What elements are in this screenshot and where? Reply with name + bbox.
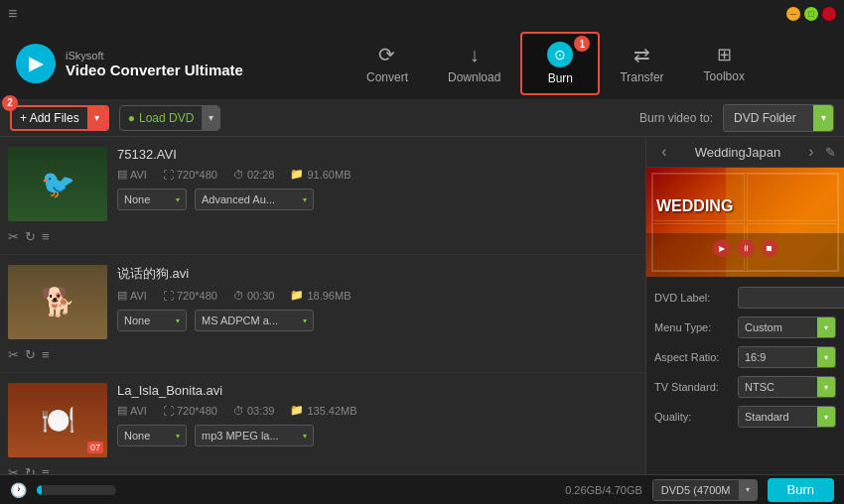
tv-standard-arrow[interactable]: ▾ xyxy=(817,377,835,397)
audio-value-select-3[interactable]: mp3 MPEG la... ▾ xyxy=(195,425,314,446)
aspect-ratio-arrow[interactable]: ▾ xyxy=(817,347,835,367)
preview-btn-2[interactable]: ⏸ xyxy=(737,239,755,257)
audio-value-select-1[interactable]: Advanced Au... ▾ xyxy=(195,189,314,210)
quality-row: Quality: Standard ▾ xyxy=(654,406,836,428)
logo-area: ▶ iSkysoft Video Converter Ultimate xyxy=(16,44,243,83)
tab-convert-label: Convert xyxy=(366,70,408,84)
file-controls-2: None ▾ MS ADPCM a... ▾ xyxy=(117,310,637,331)
audio-value-select-2[interactable]: MS ADPCM a... ▾ xyxy=(195,310,314,331)
load-dvd-button[interactable]: ● Load DVD ▾ xyxy=(119,105,221,131)
right-panel: ‹ WeddingJapan › ✎ WEDDING ▶ ⏸ xyxy=(645,137,844,474)
settings-icon-2[interactable]: ≡ xyxy=(42,347,50,362)
close-button[interactable]: ✕ xyxy=(822,7,836,21)
panel-nav: ‹ WeddingJapan › ✎ xyxy=(646,137,844,168)
header: ▶ iSkysoft Video Converter Ultimate ⟳ Co… xyxy=(0,28,844,99)
main-content: 🐦 ✂ ↻ ≡ 75132.AVI ▤AVI ⛶720*480 ⏱02:28 📁… xyxy=(0,137,844,474)
file-action-icons-2: ✂ ↻ ≡ xyxy=(8,347,107,362)
file-meta-1: ▤AVI ⛶720*480 ⏱02:28 📁91.60MB xyxy=(117,168,637,181)
format-icon-1: ▤ xyxy=(117,168,127,181)
tv-standard-row: TV Standard: NTSC ▾ xyxy=(654,376,836,398)
add-files-label: + Add Files xyxy=(12,107,87,129)
load-dvd-label: ● Load DVD xyxy=(120,111,203,125)
file-meta-3: ▤AVI ⛶720*480 ⏱03:39 📁135.42MB xyxy=(117,404,637,417)
burn-to-arrow[interactable]: ▾ xyxy=(813,105,833,131)
aspect-ratio-value: 16:9 xyxy=(739,347,817,367)
dvd-label-input[interactable] xyxy=(738,287,844,309)
rotate-icon-2[interactable]: ↻ xyxy=(25,347,36,362)
preview-buttons: ▶ ⏸ ⏹ xyxy=(646,239,844,257)
value-arrow-3: ▾ xyxy=(303,432,307,441)
nav-tabs: ⟳ Convert ↓ Download 1 ⊙ Burn ⇄ Transfer… xyxy=(283,32,828,95)
res-icon-2: ⛶ xyxy=(163,290,174,302)
cut-icon-2[interactable]: ✂ xyxy=(8,347,19,362)
aspect-ratio-select[interactable]: 16:9 ▾ xyxy=(738,346,836,368)
logo-icon: ▶ xyxy=(16,44,56,83)
tab-download[interactable]: ↓ Download xyxy=(428,32,520,95)
audio-codec-select-2[interactable]: None ▾ xyxy=(117,310,187,331)
size-icon-3: 📁 xyxy=(290,404,304,417)
burn-to-selector[interactable]: DVD Folder ▾ xyxy=(723,104,834,132)
preview-btn-3[interactable]: ⏹ xyxy=(761,239,778,257)
file-info-1: 75132.AVI ▤AVI ⛶720*480 ⏱02:28 📁91.60MB … xyxy=(117,147,637,244)
size-icon-1: 📁 xyxy=(290,168,304,181)
rotate-icon-1[interactable]: ↻ xyxy=(25,229,36,244)
tv-standard-value: NTSC xyxy=(739,377,817,397)
audio-codec-select-1[interactable]: None ▾ xyxy=(117,189,187,210)
settings-icon-3[interactable]: ≡ xyxy=(42,465,50,474)
maximize-button[interactable]: □ xyxy=(804,7,818,21)
aspect-ratio-row: Aspect Ratio: 16:9 ▾ xyxy=(654,346,836,368)
codec-arrow-3: ▾ xyxy=(176,432,180,441)
value-arrow-2: ▾ xyxy=(303,316,307,325)
panel-edit-button[interactable]: ✎ xyxy=(825,145,836,160)
transfer-icon: ⇄ xyxy=(633,43,650,66)
panel-prev-button[interactable]: ‹ xyxy=(654,143,674,161)
tab-burn-label: Burn xyxy=(548,71,573,85)
menu-type-value: Custom xyxy=(739,317,817,337)
size-icon-2: 📁 xyxy=(290,289,304,302)
tab-convert[interactable]: ⟳ Convert xyxy=(347,32,428,95)
logo-text: iSkysoft Video Converter Ultimate xyxy=(66,50,243,78)
add-files-dropdown-arrow[interactable]: ▾ xyxy=(87,107,107,129)
res-icon-3: ⛶ xyxy=(163,405,174,417)
preview-wedding-text: WEDDING xyxy=(656,197,733,215)
settings-icon-1[interactable]: ≡ xyxy=(42,229,50,244)
codec-arrow-1: ▾ xyxy=(176,195,180,204)
file-action-icons-1: ✂ ↻ ≡ xyxy=(8,229,107,244)
file-controls-3: None ▾ mp3 MPEG la... ▾ xyxy=(117,425,637,446)
menu-type-select[interactable]: Custom ▾ xyxy=(738,316,836,338)
logo-bottom: Video Converter Ultimate xyxy=(66,62,243,78)
preview-btn-1[interactable]: ▶ xyxy=(713,239,731,257)
menu-icon[interactable]: ≡ xyxy=(8,5,17,23)
tab-toolbox[interactable]: ⊞ Toolbox xyxy=(684,32,765,95)
tab-burn[interactable]: 1 ⊙ Burn xyxy=(520,32,600,95)
dvd-type-selector[interactable]: DVD5 (4700M ▾ xyxy=(652,479,758,501)
tab-transfer[interactable]: ⇄ Transfer xyxy=(600,32,683,95)
file-info-3: La_Isla_Bonita.avi ▤AVI ⛶720*480 ⏱03:39 … xyxy=(117,383,637,474)
rotate-icon-3[interactable]: ↻ xyxy=(25,465,36,474)
load-dvd-dropdown-arrow[interactable]: ▾ xyxy=(202,106,219,130)
burn-button[interactable]: Burn xyxy=(768,478,834,502)
cut-icon-1[interactable]: ✂ xyxy=(8,229,19,244)
dvd-type-arrow[interactable]: ▾ xyxy=(739,480,757,500)
progress-fill xyxy=(37,485,42,495)
window-controls: ─ □ ✕ xyxy=(786,7,836,21)
panel-next-button[interactable]: › xyxy=(801,143,821,161)
title-bar: ≡ ─ □ ✕ xyxy=(0,0,844,28)
quality-select[interactable]: Standard ▾ xyxy=(738,406,836,428)
panel-form: DVD Label: Menu Type: Custom ▾ Aspect Ra… xyxy=(646,277,844,474)
file-name-3: La_Isla_Bonita.avi xyxy=(117,383,637,398)
tab-download-label: Download xyxy=(448,70,500,84)
file-info-2: 说话的狗.avi ▤AVI ⛶720*480 ⏱00:30 📁18.96MB N… xyxy=(117,265,637,362)
add-files-button[interactable]: + Add Files ▾ xyxy=(10,105,109,131)
file-action-icons-3: ✂ ↻ ≡ xyxy=(8,465,107,474)
menu-type-arrow[interactable]: ▾ xyxy=(817,317,835,337)
minimize-button[interactable]: ─ xyxy=(786,7,800,21)
file-meta-2: ▤AVI ⛶720*480 ⏱00:30 📁18.96MB xyxy=(117,289,637,302)
tv-standard-select[interactable]: NTSC ▾ xyxy=(738,376,836,398)
res-icon-1: ⛶ xyxy=(163,169,174,181)
audio-codec-select-3[interactable]: None ▾ xyxy=(117,425,187,446)
dur-icon-2: ⏱ xyxy=(233,290,244,302)
cut-icon-3[interactable]: ✂ xyxy=(8,465,19,474)
quality-arrow[interactable]: ▾ xyxy=(817,407,835,427)
dur-icon-3: ⏱ xyxy=(233,405,244,417)
